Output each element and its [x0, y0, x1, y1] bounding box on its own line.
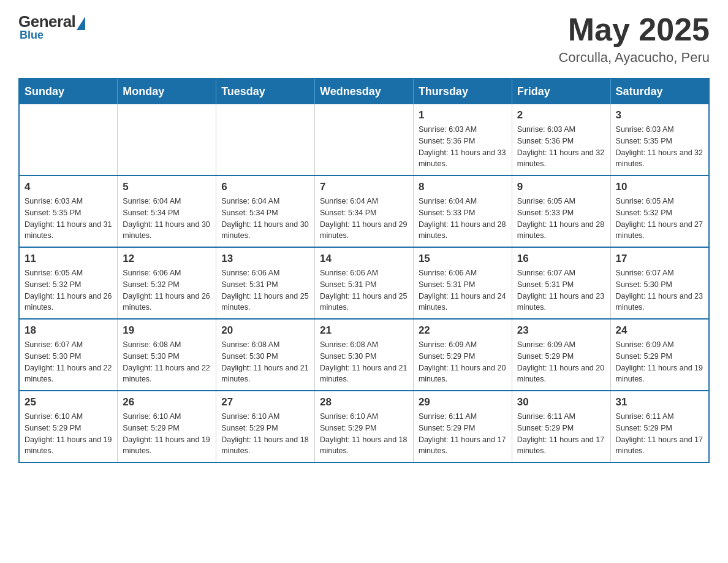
title-area: May 2025 Corculla, Ayacucho, Peru — [558, 12, 710, 66]
table-row: 17Sunrise: 6:07 AMSunset: 5:30 PMDayligh… — [610, 247, 709, 319]
table-row: 13Sunrise: 6:06 AMSunset: 5:31 PMDayligh… — [216, 247, 315, 319]
day-number: 3 — [616, 109, 703, 121]
calendar-week-row: 25Sunrise: 6:10 AMSunset: 5:29 PMDayligh… — [19, 391, 709, 462]
table-row: 27Sunrise: 6:10 AMSunset: 5:29 PMDayligh… — [216, 391, 315, 462]
day-number: 10 — [616, 181, 703, 193]
table-row: 2Sunrise: 6:03 AMSunset: 5:36 PMDaylight… — [512, 104, 610, 175]
day-info: Sunrise: 6:06 AMSunset: 5:31 PMDaylight:… — [419, 267, 507, 313]
logo: General Blue — [18, 12, 85, 42]
day-info: Sunrise: 6:11 AMSunset: 5:29 PMDaylight:… — [517, 411, 605, 457]
day-number: 21 — [320, 324, 408, 337]
day-number: 24 — [616, 324, 703, 337]
day-info: Sunrise: 6:10 AMSunset: 5:29 PMDaylight:… — [320, 411, 408, 457]
table-row: 8Sunrise: 6:04 AMSunset: 5:33 PMDaylight… — [413, 175, 512, 247]
table-row — [118, 104, 216, 175]
table-row: 25Sunrise: 6:10 AMSunset: 5:29 PMDayligh… — [19, 391, 118, 462]
day-info: Sunrise: 6:09 AMSunset: 5:29 PMDaylight:… — [419, 339, 507, 385]
calendar-header-row: Sunday Monday Tuesday Wednesday Thursday… — [19, 79, 709, 104]
table-row: 23Sunrise: 6:09 AMSunset: 5:29 PMDayligh… — [512, 319, 610, 391]
table-row: 29Sunrise: 6:11 AMSunset: 5:29 PMDayligh… — [413, 391, 512, 462]
day-number: 13 — [221, 253, 309, 265]
table-row: 6Sunrise: 6:04 AMSunset: 5:34 PMDaylight… — [216, 175, 315, 247]
day-number: 7 — [320, 181, 408, 193]
day-info: Sunrise: 6:03 AMSunset: 5:36 PMDaylight:… — [419, 124, 507, 170]
location-subtitle: Corculla, Ayacucho, Peru — [558, 50, 710, 66]
day-number: 17 — [616, 253, 703, 265]
day-info: Sunrise: 6:11 AMSunset: 5:29 PMDaylight:… — [419, 411, 507, 457]
day-number: 26 — [123, 396, 211, 408]
day-info: Sunrise: 6:03 AMSunset: 5:35 PMDaylight:… — [25, 196, 112, 242]
day-info: Sunrise: 6:08 AMSunset: 5:30 PMDaylight:… — [221, 339, 309, 385]
day-info: Sunrise: 6:08 AMSunset: 5:30 PMDaylight:… — [320, 339, 408, 385]
day-number: 28 — [320, 396, 408, 408]
table-row: 19Sunrise: 6:08 AMSunset: 5:30 PMDayligh… — [118, 319, 216, 391]
day-number: 18 — [25, 324, 112, 337]
day-info: Sunrise: 6:04 AMSunset: 5:34 PMDaylight:… — [221, 196, 309, 242]
calendar-week-row: 11Sunrise: 6:05 AMSunset: 5:32 PMDayligh… — [19, 247, 709, 319]
day-number: 19 — [123, 324, 211, 337]
day-number: 23 — [517, 324, 605, 337]
day-info: Sunrise: 6:09 AMSunset: 5:29 PMDaylight:… — [517, 339, 605, 385]
day-number: 6 — [221, 181, 309, 193]
day-info: Sunrise: 6:05 AMSunset: 5:33 PMDaylight:… — [517, 196, 605, 242]
table-row — [19, 104, 118, 175]
day-info: Sunrise: 6:03 AMSunset: 5:36 PMDaylight:… — [517, 124, 605, 170]
table-row: 31Sunrise: 6:11 AMSunset: 5:29 PMDayligh… — [610, 391, 709, 462]
day-number: 9 — [517, 181, 605, 193]
day-number: 1 — [419, 109, 507, 121]
table-row: 11Sunrise: 6:05 AMSunset: 5:32 PMDayligh… — [19, 247, 118, 319]
table-row: 5Sunrise: 6:04 AMSunset: 5:34 PMDaylight… — [118, 175, 216, 247]
table-row: 3Sunrise: 6:03 AMSunset: 5:35 PMDaylight… — [610, 104, 709, 175]
table-row: 10Sunrise: 6:05 AMSunset: 5:32 PMDayligh… — [610, 175, 709, 247]
calendar-table: Sunday Monday Tuesday Wednesday Thursday… — [18, 78, 710, 463]
day-info: Sunrise: 6:04 AMSunset: 5:34 PMDaylight:… — [123, 196, 211, 242]
table-row: 21Sunrise: 6:08 AMSunset: 5:30 PMDayligh… — [315, 319, 414, 391]
calendar-week-row: 18Sunrise: 6:07 AMSunset: 5:30 PMDayligh… — [19, 319, 709, 391]
day-info: Sunrise: 6:07 AMSunset: 5:31 PMDaylight:… — [517, 267, 605, 313]
calendar-week-row: 4Sunrise: 6:03 AMSunset: 5:35 PMDaylight… — [19, 175, 709, 247]
table-row: 20Sunrise: 6:08 AMSunset: 5:30 PMDayligh… — [216, 319, 315, 391]
day-info: Sunrise: 6:05 AMSunset: 5:32 PMDaylight:… — [25, 267, 112, 313]
day-info: Sunrise: 6:07 AMSunset: 5:30 PMDaylight:… — [25, 339, 112, 385]
page-header: General Blue May 2025 Corculla, Ayacucho… — [18, 12, 710, 66]
col-wednesday: Wednesday — [315, 79, 414, 104]
table-row: 24Sunrise: 6:09 AMSunset: 5:29 PMDayligh… — [610, 319, 709, 391]
day-info: Sunrise: 6:05 AMSunset: 5:32 PMDaylight:… — [616, 196, 703, 242]
table-row — [216, 104, 315, 175]
day-info: Sunrise: 6:10 AMSunset: 5:29 PMDaylight:… — [25, 411, 112, 457]
table-row: 16Sunrise: 6:07 AMSunset: 5:31 PMDayligh… — [512, 247, 610, 319]
day-info: Sunrise: 6:04 AMSunset: 5:33 PMDaylight:… — [419, 196, 507, 242]
day-info: Sunrise: 6:06 AMSunset: 5:31 PMDaylight:… — [221, 267, 309, 313]
table-row: 15Sunrise: 6:06 AMSunset: 5:31 PMDayligh… — [413, 247, 512, 319]
day-number: 16 — [517, 253, 605, 265]
logo-triangle-icon — [77, 17, 85, 30]
col-monday: Monday — [118, 79, 216, 104]
table-row: 12Sunrise: 6:06 AMSunset: 5:32 PMDayligh… — [118, 247, 216, 319]
day-info: Sunrise: 6:03 AMSunset: 5:35 PMDaylight:… — [616, 124, 703, 170]
day-info: Sunrise: 6:04 AMSunset: 5:34 PMDaylight:… — [320, 196, 408, 242]
table-row: 14Sunrise: 6:06 AMSunset: 5:31 PMDayligh… — [315, 247, 414, 319]
day-number: 31 — [616, 396, 703, 408]
col-friday: Friday — [512, 79, 610, 104]
day-info: Sunrise: 6:11 AMSunset: 5:29 PMDaylight:… — [616, 411, 703, 457]
day-info: Sunrise: 6:10 AMSunset: 5:29 PMDaylight:… — [123, 411, 211, 457]
day-number: 4 — [25, 181, 112, 193]
day-number: 12 — [123, 253, 211, 265]
day-info: Sunrise: 6:09 AMSunset: 5:29 PMDaylight:… — [616, 339, 703, 385]
day-info: Sunrise: 6:07 AMSunset: 5:30 PMDaylight:… — [616, 267, 703, 313]
calendar-week-row: 1Sunrise: 6:03 AMSunset: 5:36 PMDaylight… — [19, 104, 709, 175]
day-number: 2 — [517, 109, 605, 121]
day-number: 11 — [25, 253, 112, 265]
col-saturday: Saturday — [610, 79, 709, 104]
day-info: Sunrise: 6:06 AMSunset: 5:31 PMDaylight:… — [320, 267, 408, 313]
table-row: 18Sunrise: 6:07 AMSunset: 5:30 PMDayligh… — [19, 319, 118, 391]
day-info: Sunrise: 6:10 AMSunset: 5:29 PMDaylight:… — [221, 411, 309, 457]
day-number: 14 — [320, 253, 408, 265]
day-number: 20 — [221, 324, 309, 337]
table-row — [315, 104, 414, 175]
col-sunday: Sunday — [19, 79, 118, 104]
logo-blue-text: Blue — [18, 29, 44, 42]
day-number: 25 — [25, 396, 112, 408]
day-number: 22 — [419, 324, 507, 337]
table-row: 4Sunrise: 6:03 AMSunset: 5:35 PMDaylight… — [19, 175, 118, 247]
